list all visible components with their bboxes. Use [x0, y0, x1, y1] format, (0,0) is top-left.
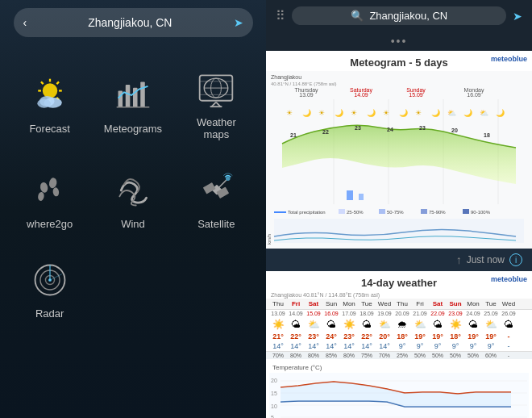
- temp-hi-cell: 19°: [464, 332, 482, 341]
- day-label: Tue: [358, 300, 376, 307]
- prob-cell: 50%: [464, 353, 482, 358]
- svg-text:🌙: 🌙: [431, 108, 441, 118]
- where2go-item[interactable]: where2go: [8, 155, 91, 245]
- svg-text:5: 5: [271, 415, 274, 418]
- weather-maps-item[interactable]: Weather maps: [175, 53, 258, 155]
- temp-hi-cell: 19°: [429, 332, 447, 341]
- satellite-item[interactable]: Satellite: [175, 155, 258, 245]
- temp-lo-cell: 9°: [411, 342, 429, 350]
- svg-rect-82: [379, 209, 385, 214]
- satellite-icon-wrap: [195, 169, 237, 211]
- meteograms-item[interactable]: Meteograms: [91, 53, 174, 155]
- temp-lo-cell: 14°: [322, 342, 340, 350]
- prob-cell: 60%: [482, 353, 500, 358]
- menu-grid: Forecast Meteograms: [0, 45, 266, 334]
- svg-text:20: 20: [451, 127, 458, 133]
- day-label: Fri: [287, 300, 305, 307]
- radar-circle-icon: [31, 261, 69, 299]
- temp-hi-cell: -: [500, 332, 517, 341]
- svg-rect-30: [203, 182, 216, 194]
- temp-hi-cell: 23°: [305, 332, 322, 341]
- prob-cell: 70%: [269, 353, 287, 358]
- temp-hi-cell: 18°: [393, 332, 411, 341]
- left-search-bar[interactable]: ‹ Zhangjiakou, CN ➤: [14, 8, 253, 37]
- weather-maps-label: Weather maps: [183, 116, 250, 140]
- right-header: ⠿ 🔍 Zhangjiakou, CN ➤: [266, 0, 532, 31]
- svg-text:🌙: 🌙: [463, 108, 473, 118]
- svg-text:Zhangjiakou: Zhangjiakou: [271, 74, 301, 81]
- svg-text:🌙: 🌙: [302, 108, 312, 118]
- temp-lo-cell: -: [500, 342, 517, 350]
- temp-lo-cell: 14°: [358, 342, 376, 350]
- temp-hi-cell: 19°: [411, 332, 429, 341]
- weather-icon-cell: 🌤: [358, 319, 376, 330]
- wind-label: Wind: [121, 218, 145, 230]
- right-location-text: Zhangjiakou, CN: [369, 10, 447, 22]
- right-panel: ⠿ 🔍 Zhangjiakou, CN ➤ ••• Meteogram - 5 …: [266, 0, 532, 418]
- apps-grid-icon[interactable]: ⠿: [276, 8, 285, 23]
- date-label: 21.09: [411, 311, 429, 316]
- day-headers-row: Thu Fri Sat Sun Mon Tue Wed Thu Fri Sat …: [266, 299, 532, 310]
- temp-lo-cell: 9°: [393, 342, 411, 350]
- svg-text:☀: ☀: [383, 109, 389, 117]
- svg-text:15: 15: [271, 391, 277, 396]
- svg-text:10: 10: [271, 403, 277, 409]
- svg-text:🌙: 🌙: [367, 108, 376, 118]
- weather-icon-cell: ☀️: [447, 319, 464, 330]
- more-options[interactable]: •••: [266, 31, 532, 51]
- date-label: 19.09: [376, 311, 393, 316]
- status-divider: ↑ Just now i: [266, 249, 532, 271]
- temp-hi-cell: 23°: [340, 332, 358, 341]
- day-label: Mon: [464, 300, 482, 307]
- svg-text:km/h: km/h: [267, 234, 272, 245]
- prob-cell: 75%: [358, 353, 376, 358]
- svg-rect-80: [339, 209, 345, 214]
- weather-icons-row: ☀️ 🌤 ⛅ 🌤 ☀️ 🌤 ⛅ 🌧 ⛅ 🌤 ☀️ 🌤 ⛅ 🌤: [266, 317, 532, 332]
- prob-cell: -: [500, 353, 517, 358]
- back-chevron-icon[interactable]: ‹: [23, 16, 27, 29]
- svg-point-25: [39, 182, 48, 193]
- svg-point-0: [42, 83, 56, 98]
- where2go-icon-wrap: [29, 169, 71, 211]
- prob-cell: 80%: [287, 353, 305, 358]
- right-navigate-icon[interactable]: ➤: [513, 10, 522, 23]
- info-icon[interactable]: i: [509, 253, 522, 266]
- temp-hi-cell: 24°: [322, 332, 340, 341]
- temp-lo-cell: 14°: [376, 342, 393, 350]
- svg-text:75-90%: 75-90%: [429, 210, 446, 215]
- date-label: 24.09: [464, 311, 482, 316]
- date-label: 20.09: [393, 311, 411, 316]
- svg-text:23: 23: [355, 125, 361, 131]
- weather-icon-cell: 🌧: [393, 319, 411, 330]
- meteoblue-brand-14day: meteoblue: [491, 275, 527, 283]
- svg-rect-12: [126, 85, 131, 107]
- right-search-box[interactable]: 🔍 Zhangjiakou, CN: [292, 6, 506, 25]
- wind-item[interactable]: Wind: [91, 155, 174, 245]
- predictability-row: 70% 80% 80% 85% 80% 75% 70% 25% 50% 50% …: [266, 351, 532, 359]
- meteogram-chart-area: Zhangjiakou 40.81°N / 114.88°E (758m asl…: [266, 71, 532, 249]
- svg-rect-76: [347, 190, 353, 200]
- day-label: Tue: [482, 300, 500, 307]
- wind-swirl-icon: [114, 171, 152, 210]
- weather14-title: 14-day weather: [361, 277, 437, 289]
- prob-cell: 80%: [340, 353, 358, 358]
- radar-item[interactable]: Radar: [8, 245, 91, 334]
- date-row: 13.09 14.09 15.09 16.09 17.09 18.09 19.0…: [266, 310, 532, 317]
- svg-text:☀: ☀: [318, 109, 325, 117]
- prob-cell: 50%: [411, 353, 429, 358]
- temp-hi-cell: 19°: [482, 332, 500, 341]
- day-label: Sun: [447, 300, 464, 307]
- svg-text:☀: ☀: [351, 109, 357, 117]
- date-label: 26.09: [500, 311, 517, 316]
- left-navigate-icon[interactable]: ➤: [234, 16, 243, 29]
- temp-chart-label: Temperature (°C): [269, 362, 529, 373]
- svg-point-10: [37, 98, 51, 107]
- svg-text:23: 23: [419, 125, 426, 131]
- date-label: 16.09: [322, 311, 340, 316]
- weather-icon-cell: ⛅: [482, 319, 500, 330]
- svg-text:40.81°N / 114.88°E (758m asl): 40.81°N / 114.88°E (758m asl): [271, 82, 337, 86]
- date-label: 13.09: [269, 311, 287, 316]
- forecast-item[interactable]: Forecast: [8, 53, 91, 155]
- svg-text:☀: ☀: [286, 109, 293, 117]
- refresh-icon[interactable]: ↑: [456, 253, 462, 266]
